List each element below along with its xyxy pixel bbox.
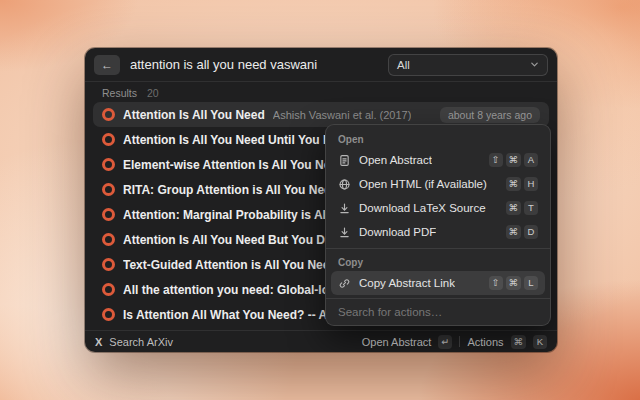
arxiv-ring-icon (102, 183, 115, 196)
results-header: Results 20 (85, 82, 557, 100)
action-panel: Open Open Abstract ⇧ ⌘ A Open HTML (if A… (325, 124, 551, 326)
action-label: Open Abstract (359, 154, 432, 166)
arxiv-logo-icon: X (95, 336, 102, 348)
cmd-key-badge: ⌘ (506, 276, 522, 290)
shift-key-badge: ⇧ (489, 276, 503, 290)
command-bar: ← All (85, 48, 557, 82)
cmd-key-badge: ⌘ (511, 335, 527, 349)
cmd-key-badge: ⌘ (506, 201, 522, 215)
result-age-badge: about 8 years ago (440, 107, 540, 123)
download-icon (338, 202, 351, 215)
action-copy-abstract-link[interactable]: Copy Abstract Link ⇧ ⌘ L (331, 271, 545, 295)
cmd-key-badge: ⌘ (506, 177, 522, 191)
arxiv-ring-icon (102, 283, 115, 296)
filter-dropdown[interactable]: All (388, 54, 548, 76)
arxiv-ring-icon (102, 308, 115, 321)
primary-action-label[interactable]: Open Abstract (362, 336, 432, 348)
action-open-abstract[interactable]: Open Abstract ⇧ ⌘ A (331, 148, 545, 172)
shift-key-badge: ⇧ (489, 153, 503, 167)
back-button[interactable]: ← (94, 55, 120, 75)
footer-divider (459, 336, 460, 347)
actions-button[interactable]: Actions (467, 336, 503, 348)
back-arrow-icon: ← (101, 58, 113, 72)
download-icon (338, 226, 351, 239)
command-name: Search ArXiv (109, 336, 173, 348)
status-bar: X Search ArXiv Open Abstract ↵ Actions ⌘… (85, 330, 557, 352)
panel-divider (326, 248, 550, 249)
arxiv-ring-icon (102, 258, 115, 271)
filter-value: All (397, 59, 410, 71)
globe-icon (338, 178, 351, 191)
raycast-window: ← All Results 20 Attention Is All You Ne… (85, 48, 557, 352)
t-key-badge: T (524, 201, 538, 215)
l-key-badge: L (524, 276, 538, 290)
action-open-html[interactable]: Open HTML (if Available) ⌘ H (331, 172, 545, 196)
action-download-latex[interactable]: Download LaTeX Source ⌘ T (331, 196, 545, 220)
action-label: Copy Abstract Link (359, 277, 455, 289)
cmd-key-badge: ⌘ (506, 153, 522, 167)
result-title: Attention Is All You Need (123, 108, 265, 122)
k-key-badge: K (533, 335, 547, 349)
actions-search-bar (326, 298, 550, 325)
search-input[interactable] (130, 57, 378, 72)
link-icon (338, 277, 351, 290)
result-title: Element-wise Attention Is All You Need (123, 158, 344, 172)
arxiv-ring-icon (102, 108, 115, 121)
result-authors: Ashish Vaswani et al. (2017) (273, 109, 412, 121)
arxiv-ring-icon (102, 158, 115, 171)
results-label: Results (102, 87, 137, 99)
chevron-down-icon (530, 60, 539, 69)
h-key-badge: H (524, 177, 538, 191)
arxiv-ring-icon (102, 133, 115, 146)
action-label: Open HTML (if Available) (359, 178, 487, 190)
actions-search-input[interactable] (338, 306, 538, 318)
action-label: Download PDF (359, 226, 436, 238)
d-key-badge: D (524, 225, 538, 239)
action-download-pdf[interactable]: Download PDF ⌘ D (331, 220, 545, 244)
enter-key-badge: ↵ (438, 335, 452, 349)
arxiv-ring-icon (102, 233, 115, 246)
results-count: 20 (147, 87, 159, 99)
a-key-badge: A (524, 153, 538, 167)
cmd-key-badge: ⌘ (506, 225, 522, 239)
section-title-copy: Copy (326, 253, 550, 271)
action-label: Download LaTeX Source (359, 202, 486, 214)
arxiv-ring-icon (102, 208, 115, 221)
document-icon (338, 154, 351, 167)
section-title-open: Open (326, 130, 550, 148)
